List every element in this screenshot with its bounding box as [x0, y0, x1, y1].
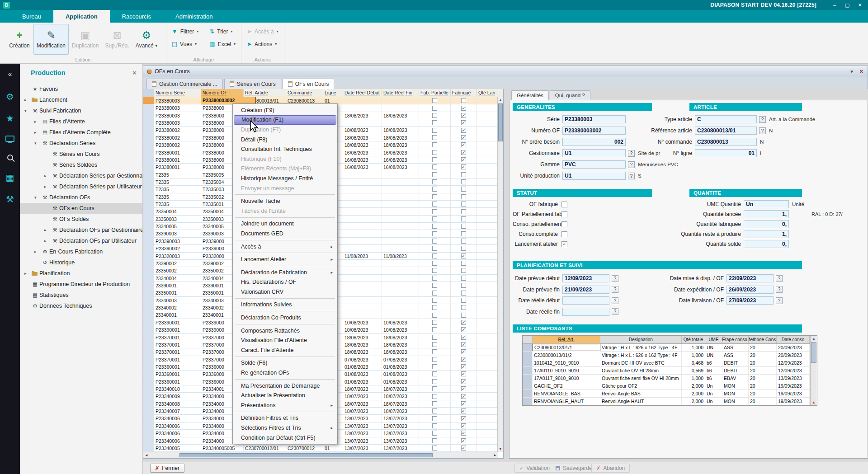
row-selector-cell[interactable]	[143, 430, 154, 436]
row-selector-cell[interactable]	[143, 289, 154, 296]
checkbox-checked[interactable]: ✓	[461, 320, 466, 325]
row-selector-cell[interactable]	[523, 344, 533, 351]
grid-cell[interactable]: C230700012/01	[244, 445, 286, 451]
tab-gestion-commerciale[interactable]: Gestion Commerciale ...	[146, 79, 223, 89]
grid-cell[interactable]	[477, 385, 498, 392]
checkbox-unchecked[interactable]	[461, 276, 466, 281]
field-input[interactable]: P23380003	[562, 115, 626, 123]
grid-cell[interactable]	[419, 289, 451, 296]
grid-cell[interactable]: P23390001	[154, 319, 201, 326]
grid-cell[interactable]	[419, 141, 451, 148]
checkbox-checked[interactable]: ✓	[461, 120, 466, 125]
grid-cell[interactable]: 01/08/2023	[382, 363, 419, 370]
table-cell[interactable]: ASS	[722, 344, 749, 351]
checkbox-unchecked[interactable]	[432, 157, 437, 162]
grid-cell[interactable]	[343, 186, 382, 192]
grid-cell[interactable]: P23380002	[154, 134, 201, 141]
grid-cell[interactable]	[451, 245, 477, 252]
grid-cell[interactable]	[419, 127, 451, 133]
checkbox-unchecked[interactable]	[461, 224, 466, 229]
grid-cell[interactable]: 13/07/2023	[343, 415, 382, 422]
grid-cell[interactable]	[477, 297, 498, 304]
grid-cell[interactable]	[477, 208, 498, 215]
grid-cell[interactable]: P23320003	[154, 253, 201, 259]
checkbox-unchecked[interactable]	[432, 246, 437, 251]
grid-cell[interactable]	[477, 260, 498, 267]
grid-cell[interactable]: 23340005	[154, 223, 201, 230]
grid-cell[interactable]	[477, 415, 498, 422]
column-header[interactable]: Methode Conso	[749, 336, 777, 343]
context-menu-item[interactable]: Informations Suivies	[234, 300, 336, 310]
column-header[interactable]: Numéro Série	[154, 89, 201, 97]
tab-ofs-en-cours[interactable]: OFs en Cours	[283, 79, 335, 89]
row-selector-cell[interactable]	[143, 326, 154, 333]
grid-cell[interactable]	[419, 112, 451, 119]
grid-cell[interactable]: ✓	[451, 326, 477, 333]
checkbox-unchecked[interactable]	[432, 239, 437, 244]
checkbox-unchecked[interactable]	[432, 446, 437, 451]
grid-cell[interactable]	[343, 223, 382, 230]
table-cell[interactable]: Gâche pour OF2	[600, 382, 682, 390]
sidebar-item[interactable]: ▾⚒Déclaration OFs	[20, 192, 142, 203]
grid-cell[interactable]	[343, 289, 382, 296]
grid-cell[interactable]	[343, 245, 382, 252]
column-header[interactable]: Date Réel Début	[343, 89, 382, 97]
table-cell[interactable]: b6	[705, 367, 722, 374]
grid-cell[interactable]	[477, 304, 498, 311]
grid-cell[interactable]: 18/08/2023	[343, 348, 382, 355]
grid-cell[interactable]	[419, 341, 451, 348]
grid-cell[interactable]: 10/08/2023	[343, 326, 382, 333]
grid-cell[interactable]: T2335	[154, 178, 201, 185]
grid-cell[interactable]: 13/07/2023	[343, 422, 382, 429]
field-input[interactable]	[562, 296, 609, 305]
grid-cell[interactable]	[382, 178, 419, 185]
table-cell[interactable]: 13/09/2023	[777, 375, 810, 382]
row-selector-cell[interactable]	[143, 260, 154, 267]
grid-cell[interactable]: 18/07/2023	[343, 385, 382, 392]
grid-cell[interactable]	[343, 97, 382, 104]
table-cell[interactable]: Vitrage : H x L : 626 x 162 Type : 4F	[600, 344, 682, 351]
grid-cell[interactable]	[477, 348, 498, 355]
grid-cell[interactable]	[477, 378, 498, 385]
table-cell[interactable]: 20	[749, 375, 777, 382]
checkbox-unchecked[interactable]	[432, 298, 437, 303]
table-row[interactable]: 17A0110_9010_9010Ouvrant fiche OV HI 28m…	[523, 367, 817, 375]
table-row[interactable]: RENVOIANGLE_HAUTRenvoi Angle HAUT2,000Un…	[523, 398, 817, 405]
table-cell[interactable]: MON	[722, 398, 749, 405]
grid-cell[interactable]: P23360001	[154, 363, 201, 370]
row-selector-cell[interactable]	[143, 319, 154, 326]
grid-cell[interactable]: 10/08/2023	[382, 319, 419, 326]
grid-cell[interactable]	[477, 141, 498, 148]
grid-cell[interactable]: P23390002	[154, 245, 201, 252]
grid-cell[interactable]: T2335	[154, 171, 201, 178]
row-selector-cell[interactable]	[143, 97, 154, 104]
fermer-button[interactable]: ✗ Fermer	[150, 464, 184, 473]
row-selector-cell[interactable]	[143, 341, 154, 348]
row-selector-cell[interactable]	[143, 201, 154, 207]
tab-qui-quand[interactable]: Qui, quand ?	[550, 90, 590, 100]
grid-cell[interactable]: ✓	[451, 112, 477, 119]
help-button[interactable]: ?	[612, 308, 618, 315]
sidebar-item[interactable]: ▸⚒Déclaration Séries par Gestionnaire	[20, 170, 142, 181]
grid-cell[interactable]	[477, 341, 498, 348]
grid-cell[interactable]: ✓	[451, 253, 477, 259]
scroll-left-icon[interactable]: ◄	[143, 452, 150, 458]
grid-cell[interactable]	[419, 201, 451, 207]
grid-cell[interactable]	[419, 119, 451, 126]
field-input[interactable]	[562, 308, 609, 316]
grid-cell[interactable]	[419, 275, 451, 282]
checkbox-checked[interactable]: ✓	[461, 164, 466, 169]
table-cell[interactable]: MON	[722, 382, 749, 390]
checkbox-unchecked[interactable]	[461, 216, 466, 221]
grid-cell[interactable]	[419, 363, 451, 370]
row-selector-cell[interactable]	[143, 400, 154, 407]
table-cell[interactable]: Renvoi Angle HAUT	[600, 398, 682, 405]
grid-cell[interactable]: P23360001	[154, 378, 201, 385]
row-selector-cell[interactable]	[143, 104, 154, 111]
tab-series-en-cours[interactable]: Séries en Cours	[224, 79, 281, 89]
excel-button[interactable]: ▦ Excel ▾	[209, 41, 236, 47]
grid-cell[interactable]	[477, 334, 498, 341]
field-input[interactable]: 21/09/2023	[562, 286, 609, 294]
checkbox-unchecked[interactable]	[461, 187, 466, 192]
table-cell[interactable]: Un	[705, 398, 722, 405]
